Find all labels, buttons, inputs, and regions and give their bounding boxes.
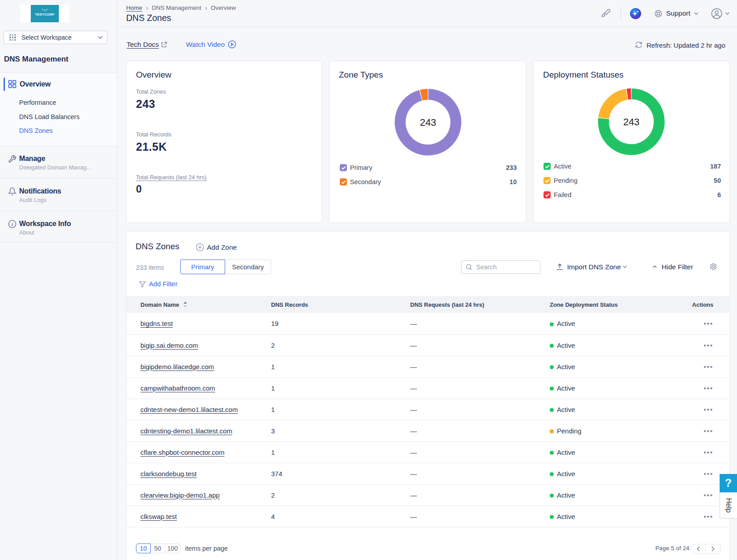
- svg-text:243: 243: [420, 117, 436, 128]
- svg-text:i: i: [12, 222, 13, 227]
- svg-text:243: 243: [623, 116, 640, 128]
